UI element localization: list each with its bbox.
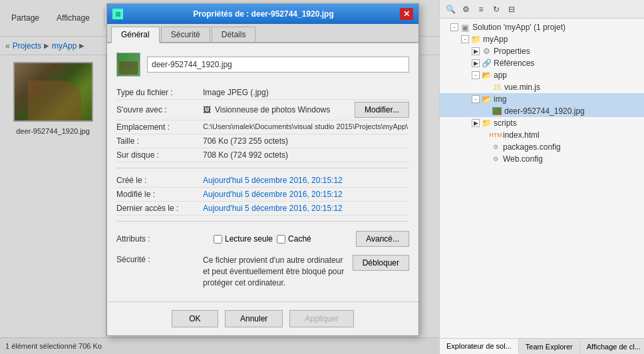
properties-label: Properties (494, 47, 530, 56)
scripts-label: scripts (494, 118, 517, 128)
info-row-opens: S'ouvre avec : 🖼 Visionneuse de photos W… (116, 100, 409, 120)
sol-properties-icon[interactable]: ⚙ (459, 3, 472, 16)
attr-label: Attributs : (116, 234, 203, 244)
tree-scripts-folder[interactable]: ▶ 📁 scripts (440, 117, 644, 129)
modified-label: Modifié le : (116, 190, 203, 199)
tab-sol-label: Explorateur de sol... (446, 342, 512, 350)
tab-team-explorer[interactable]: Team Explorer (519, 339, 580, 354)
tab-general[interactable]: Général (111, 27, 160, 43)
ok-button[interactable]: OK (172, 310, 218, 327)
expand-app[interactable]: - (472, 71, 480, 79)
separator2 (116, 221, 409, 222)
tree-solution[interactable]: - ▣ Solution 'myApp' (1 projet) (440, 21, 644, 33)
unblock-button[interactable]: Débloquer (353, 255, 409, 271)
readonly-checkbox-label[interactable]: Lecture seule (214, 234, 273, 244)
dialog-title: Propriétés de : deer-952744_1920.jpg (127, 9, 400, 19)
dialog-title-icon: ▦ (112, 9, 123, 19)
vue-js-label: vue.min.js (504, 83, 540, 92)
location-label: Emplacement : (116, 122, 203, 132)
web-config-icon: ⚙ (490, 154, 501, 164)
expand-project[interactable]: - (461, 35, 469, 43)
opens-icon: 🖼 (203, 105, 211, 114)
attributes-row: Attributs : Lecture seule Caché Avancé..… (116, 227, 409, 251)
file-icon-large (116, 53, 140, 77)
app-folder-label: app (494, 71, 507, 80)
tree-packages-config[interactable]: ⚙ packages.config (440, 141, 644, 153)
readonly-checkbox[interactable] (214, 235, 222, 244)
info-row-location: Emplacement : C:\Users\malek\Documents\v… (116, 120, 409, 134)
security-text: Ce fichier provient d'un autre ordinateu… (203, 255, 347, 288)
expand-img[interactable]: - (472, 95, 480, 103)
security-label: Sécurité : (116, 255, 203, 264)
security-row: Sécurité : Ce fichier provient d'un autr… (116, 251, 409, 292)
tree-img-folder[interactable]: - 📂 img (440, 93, 644, 105)
sol-search-icon[interactable]: 🔍 (444, 3, 457, 16)
opens-app: Visionneuse de photos Windows (215, 105, 330, 114)
dialog-tabs: Général Sécurité Détails (107, 24, 418, 43)
size-label: Taille : (116, 136, 203, 146)
references-icon: 🔗 (481, 58, 492, 69)
info-row-size: Taille : 706 Ko (723 255 octets) (116, 134, 409, 148)
references-label: Références (494, 59, 534, 68)
sol-collapse-icon[interactable]: ⊟ (505, 3, 518, 16)
size-value: 706 Ko (723 255 octets) (203, 136, 409, 146)
web-config-label: Web.config (503, 154, 543, 164)
solution-panel: 🔍 ⚙ ≡ ↻ ⊟ - ▣ Solution 'myApp' (1 projet… (439, 0, 644, 354)
solution-label: Solution 'myApp' (1 projet) (472, 23, 565, 32)
expand-scripts[interactable]: ▶ (472, 119, 480, 127)
hidden-checkbox-label[interactable]: Caché (277, 234, 311, 244)
info-row-modified: Modifié le : Aujourd'hui 5 décembre 2016… (116, 188, 409, 202)
modify-button[interactable]: Modifier... (355, 102, 409, 118)
checkbox-group: Lecture seule Caché (214, 234, 311, 244)
solution-bottom-tabs: Explorateur de sol... Team Explorer Affi… (440, 338, 644, 354)
ondisk-label: Sur disque : (116, 150, 203, 160)
info-row-ondisk: Sur disque : 708 Ko (724 992 octets) (116, 148, 409, 162)
type-value: Image JPEG (.jpg) (203, 88, 409, 97)
separator1 (116, 168, 409, 168)
hidden-label: Caché (288, 234, 311, 244)
properties-dialog: ▦ Propriétés de : deer-952744_1920.jpg ✕… (106, 3, 419, 336)
scripts-folder-icon: 📁 (481, 118, 492, 128)
opens-label: S'ouvre avec : (116, 105, 203, 114)
tree-img-file[interactable]: deer-952744_1920.jpg (440, 105, 644, 117)
readonly-label: Lecture seule (225, 234, 273, 244)
lastaccess-value: Aujourd'hui 5 décembre 2016, 20:15:12 (203, 204, 409, 213)
tab-security[interactable]: Sécurité (161, 27, 210, 42)
tree-project[interactable]: - 📁 myApp (440, 33, 644, 45)
hidden-checkbox[interactable] (277, 235, 285, 244)
packages-config-label: packages.config (503, 142, 561, 152)
app-folder-icon: 📂 (481, 70, 492, 81)
packages-config-icon: ⚙ (490, 142, 501, 152)
file-name-input[interactable] (147, 57, 409, 73)
sol-show-all-icon[interactable]: ≡ (474, 3, 488, 16)
expand-references[interactable]: ▶ (472, 59, 480, 67)
sol-refresh-icon[interactable]: ↻ (490, 3, 503, 16)
solution-tree: - ▣ Solution 'myApp' (1 projet) - 📁 myAp… (440, 19, 644, 338)
advanced-button[interactable]: Avancé... (356, 231, 409, 247)
expand-solution[interactable]: - (450, 23, 458, 31)
tree-web-config[interactable]: ⚙ Web.config (440, 153, 644, 165)
info-row-type: Type du fichier : Image JPEG (.jpg) (116, 86, 409, 100)
tab-solution-explorer[interactable]: Explorateur de sol... (440, 339, 519, 354)
tree-properties[interactable]: ▶ ⚙ Properties (440, 45, 644, 57)
img-folder-icon: 📂 (481, 94, 492, 104)
tree-vue-js[interactable]: JS vue.min.js (440, 81, 644, 93)
expand-properties[interactable]: ▶ (472, 47, 480, 55)
dialog-content: Type du fichier : Image JPEG (.jpg) S'ou… (107, 43, 418, 301)
project-icon: 📁 (470, 34, 481, 45)
tree-references[interactable]: ▶ 🔗 Références (440, 57, 644, 69)
img-folder-label: img (494, 94, 506, 104)
tab-details[interactable]: Détails (212, 27, 256, 42)
img-file-label: deer-952744_1920.jpg (504, 106, 585, 116)
project-label: myApp (483, 35, 508, 44)
tab-class-view[interactable]: Affichage de cl... (580, 339, 644, 354)
location-value: C:\Users\malek\Documents\visual studio 2… (203, 122, 409, 130)
cancel-button[interactable]: Annuler (225, 310, 283, 327)
file-header-row (116, 53, 409, 77)
tree-app-folder[interactable]: - 📂 app (440, 69, 644, 81)
tree-index-html[interactable]: HTM index.html (440, 129, 644, 141)
opens-value: 🖼 Visionneuse de photos Windows (203, 105, 355, 114)
dialog-close-button[interactable]: ✕ (400, 8, 413, 20)
dialog-footer: OK Annuler Appliquer (107, 301, 418, 335)
apply-button[interactable]: Appliquer (289, 310, 354, 327)
